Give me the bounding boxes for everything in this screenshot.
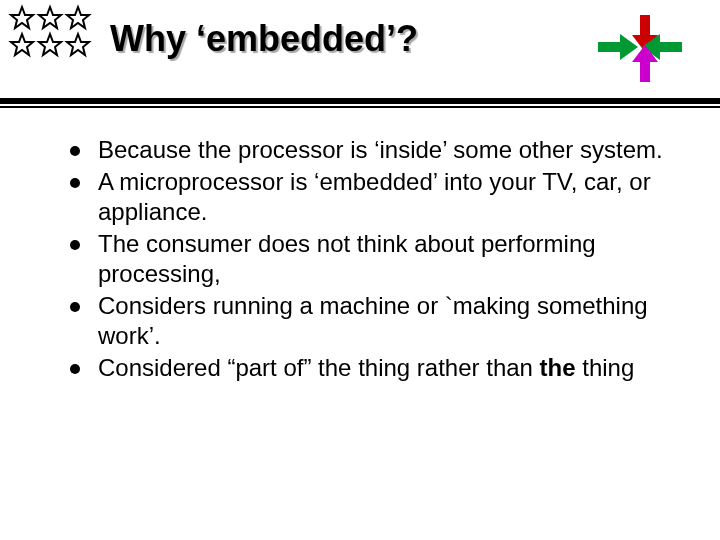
bullet-icon [70, 364, 80, 374]
svg-marker-5 [67, 34, 89, 55]
arrows-decor-icon [590, 10, 690, 85]
bullet-icon [70, 178, 80, 188]
bullet-text: Considers running a machine or `making s… [98, 291, 680, 351]
slide-title: Why ‘embedded’? [110, 18, 418, 60]
svg-marker-3 [11, 34, 33, 55]
bullet-list: Because the processor is ‘inside’ some o… [70, 135, 680, 385]
list-item: Considered “part of” the thing rather th… [70, 353, 680, 383]
bullet-text: Because the processor is ‘inside’ some o… [98, 135, 663, 165]
list-item: A microprocessor is ‘embedded’ into your… [70, 167, 680, 227]
stars-decor-icon [8, 4, 103, 84]
bullet-text: Considered “part of” the thing rather th… [98, 353, 634, 383]
bullet-icon [70, 146, 80, 156]
bullet-icon [70, 302, 80, 312]
svg-marker-4 [39, 34, 61, 55]
svg-marker-0 [11, 7, 33, 28]
svg-marker-1 [39, 7, 61, 28]
bullet-icon [70, 240, 80, 250]
list-item: The consumer does not think about perfor… [70, 229, 680, 289]
svg-marker-2 [67, 7, 89, 28]
divider-rule [0, 98, 720, 104]
bullet-text: The consumer does not think about perfor… [98, 229, 680, 289]
bullet-text: A microprocessor is ‘embedded’ into your… [98, 167, 680, 227]
list-item: Considers running a machine or `making s… [70, 291, 680, 351]
svg-marker-7 [598, 34, 638, 60]
list-item: Because the processor is ‘inside’ some o… [70, 135, 680, 165]
